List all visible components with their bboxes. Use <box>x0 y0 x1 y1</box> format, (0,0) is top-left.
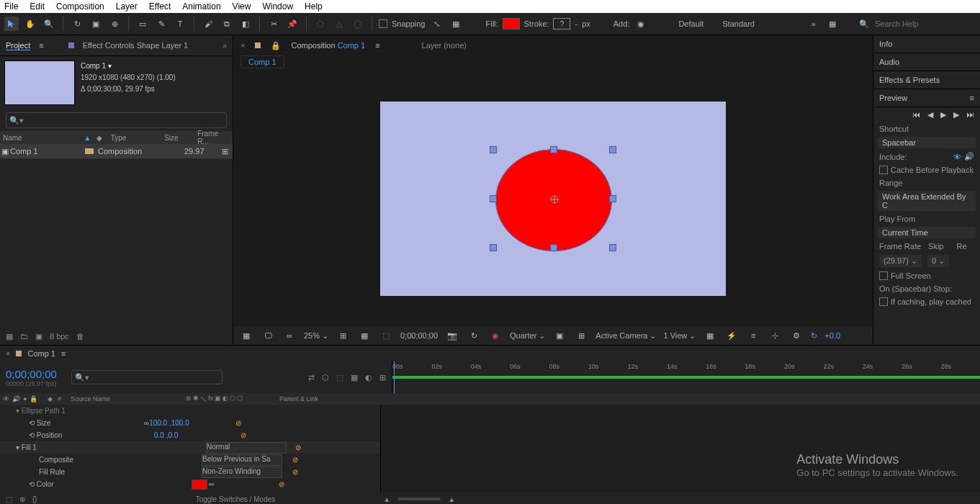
draft3d-icon[interactable]: ⬡ <box>322 373 329 382</box>
menu-effect[interactable]: Effect <box>149 1 171 12</box>
renderer-icon[interactable]: ⚙ <box>789 328 804 343</box>
timeline-icon[interactable]: ≡ <box>746 328 760 343</box>
link-icon[interactable]: ⊘ <box>240 431 246 439</box>
composite-select[interactable]: Below Previous in Sa <box>202 454 282 466</box>
handle-tr[interactable] <box>609 146 616 153</box>
fill-swatch[interactable] <box>503 18 520 30</box>
solo-icon[interactable]: ● <box>23 395 27 402</box>
col-name[interactable]: Name <box>0 134 81 142</box>
col-type[interactable]: Type <box>108 134 161 142</box>
bpc-toggle[interactable]: 8 bpc <box>50 332 69 341</box>
effects-panel-header[interactable]: Effects & Presets <box>873 71 980 89</box>
tl-close-icon[interactable]: × <box>6 349 10 358</box>
preview-panel-header[interactable]: Preview≡ <box>873 89 980 107</box>
zoom-tool-icon[interactable]: 🔍 <box>42 17 56 31</box>
stroke-swatch[interactable]: ? <box>553 18 570 30</box>
include-audio-icon[interactable]: 🔊 <box>964 152 974 161</box>
puppet-tool-icon[interactable]: 📌 <box>285 17 300 31</box>
canvas[interactable] <box>380 102 726 296</box>
project-menu-icon[interactable]: ≡ <box>39 41 43 50</box>
menu-view[interactable]: View <box>233 1 251 12</box>
sort-icon[interactable]: ▲ <box>81 134 94 142</box>
hide-shy-icon[interactable]: ⬚ <box>336 373 343 382</box>
source-col[interactable]: Source Name <box>71 395 186 402</box>
anchor-point-icon[interactable] <box>550 195 557 202</box>
rectangle-tool-icon[interactable]: ▭ <box>135 17 150 31</box>
show-snapshot-icon[interactable]: ↻ <box>467 328 481 343</box>
panel-overflow-icon[interactable]: » <box>222 41 227 50</box>
handle-mr[interactable] <box>609 195 616 202</box>
transparency-icon[interactable]: ▦ <box>357 328 372 343</box>
graph-editor-icon[interactable]: ⊞ <box>379 373 386 382</box>
stroke-label[interactable]: Stroke: <box>524 19 549 28</box>
comp-thumbnail[interactable] <box>4 60 75 105</box>
workspace-overflow-icon[interactable]: » <box>806 17 821 31</box>
tab-project[interactable]: Project <box>6 41 30 50</box>
mask-icon[interactable]: ⬚ <box>379 328 393 343</box>
prop-position[interactable]: ⟲ Position <box>0 431 144 439</box>
sync-icon[interactable]: ▦ <box>825 17 840 31</box>
link-icon[interactable]: ⊘ <box>292 468 298 476</box>
audio-col-icon[interactable]: 🔊 <box>12 395 20 402</box>
add-menu-icon[interactable]: ◉ <box>634 17 648 31</box>
handle-tl[interactable] <box>490 146 497 153</box>
play-icon[interactable]: ▶ <box>940 110 946 120</box>
roi-icon[interactable]: ▣ <box>552 328 567 343</box>
search-help[interactable]: 🔍 <box>859 19 976 29</box>
link-icon[interactable]: ⊘ <box>295 444 380 451</box>
zoom-slider[interactable] <box>397 498 441 500</box>
range-value[interactable]: Work Area Extended By C <box>878 191 976 211</box>
color-swatch[interactable] <box>192 480 207 490</box>
zoom-in-icon[interactable]: ▲ <box>448 495 455 503</box>
layer-tab[interactable]: Layer (none) <box>422 41 467 50</box>
toggle-switches[interactable]: Toggle Switches / Modes <box>196 495 276 503</box>
timeline-filter[interactable]: 🔍▾ <box>71 370 222 384</box>
fill-label[interactable]: Fill: <box>486 19 498 28</box>
snap-grid-icon[interactable]: ▦ <box>449 17 463 31</box>
preview-menu-icon[interactable]: ≡ <box>970 94 974 102</box>
next-frame-icon[interactable]: ▶ <box>953 110 959 120</box>
snap-opts-icon[interactable]: ⤡ <box>430 17 444 31</box>
include-video-icon[interactable]: 👁 <box>953 153 961 161</box>
handle-bc[interactable] <box>550 244 557 251</box>
prop-fillrule[interactable]: Fill Rule <box>0 468 154 476</box>
lock-icon[interactable]: 🔒 <box>271 41 281 50</box>
timeline-ruler-area[interactable]: 00s02s04s06s08s10s12s14s16s18s20s22s24s2… <box>392 361 980 393</box>
prop-size[interactable]: ⟲ Size <box>0 419 144 427</box>
current-time[interactable]: 0;00;00;00 <box>400 331 438 340</box>
menu-edit[interactable]: Edit <box>30 1 45 12</box>
col-size[interactable]: Size <box>161 134 194 142</box>
pan-behind-tool-icon[interactable]: ⊕ <box>107 17 122 31</box>
flowchart-icon[interactable]: ⊞ <box>222 147 233 156</box>
stroke-width[interactable]: - <box>575 19 577 28</box>
prop-fill[interactable]: ▾ Fill 1 <box>0 444 84 451</box>
fillrule-select[interactable]: Non-Zero Winding <box>202 467 282 478</box>
hand-tool-icon[interactable]: ✋ <box>23 17 37 31</box>
roto-tool-icon[interactable]: ✂ <box>266 17 281 31</box>
quality-select[interactable]: Quarter ⌄ <box>510 331 545 341</box>
fill-mode-select[interactable]: Normal <box>206 442 287 454</box>
new-comp-icon[interactable]: ▣ <box>35 332 42 341</box>
views-select[interactable]: 1 View ⌄ <box>663 331 696 341</box>
info-panel-header[interactable]: Info <box>873 35 980 53</box>
exposure-value[interactable]: +0.0 <box>824 331 840 340</box>
eyedropper-icon[interactable]: ═ <box>209 480 214 488</box>
time-ruler[interactable]: 00s02s04s06s08s10s12s14s16s18s20s22s24s2… <box>392 361 980 377</box>
motion-blur-icon[interactable]: ◐ <box>365 373 372 382</box>
prev-frame-icon[interactable]: ◀ <box>927 110 933 120</box>
tl-tab-menu-icon[interactable]: ≡ <box>61 349 66 358</box>
interpret-icon[interactable]: ▦ <box>6 332 13 341</box>
label-icon[interactable]: ◆ <box>94 134 107 142</box>
handle-ml[interactable] <box>490 195 497 202</box>
menu-window[interactable]: Window <box>262 1 293 12</box>
skip-select[interactable]: 0 ⌄ <box>927 255 949 267</box>
brush-tool-icon[interactable]: 🖌 <box>201 17 215 31</box>
handle-bl[interactable] <box>490 244 497 251</box>
menu-file[interactable]: File <box>4 1 18 12</box>
framerate-select[interactable]: (29.97) ⌄ <box>879 255 922 267</box>
exposure-reset-icon[interactable]: ↻ <box>811 331 817 341</box>
close-tab-icon[interactable]: × <box>240 41 245 50</box>
current-timecode[interactable]: 0;00;00;00 <box>6 368 57 380</box>
tl-foot-icon1[interactable]: ⬚ <box>6 495 12 503</box>
menu-help[interactable]: Help <box>305 1 323 12</box>
